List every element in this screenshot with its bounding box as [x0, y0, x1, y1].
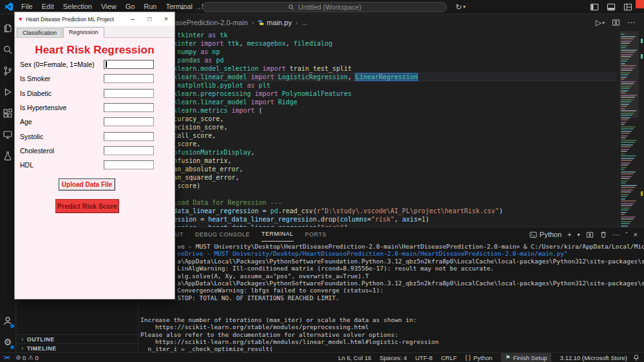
breadcrumb[interactable]: HeartDiseasePrediction-2.0-main › main.p… — [138, 14, 644, 31]
terminal-line — [140, 301, 644, 309]
tab-regression[interactable]: Regression — [63, 27, 104, 38]
split-terminal-icon[interactable] — [586, 231, 594, 238]
minimap-line — [621, 185, 637, 186]
is-hypertensive-field[interactable] — [104, 103, 154, 112]
breadcrumb-file[interactable]: main.py — [258, 19, 292, 26]
upload-data-file-button[interactable]: Upload Data File — [59, 178, 115, 191]
form-row-hdl: HDL — [15, 160, 175, 171]
tab-classification[interactable]: Classification — [17, 28, 62, 37]
sex-field[interactable] — [104, 60, 154, 69]
terminal-output[interactable]: ve - MUST University\Desktop\HeartDiseas… — [140, 243, 644, 352]
minimap-line — [621, 223, 630, 224]
minimap-line — [621, 171, 636, 173]
toggle-sidebar-icon[interactable] — [590, 3, 599, 11]
account-icon[interactable] — [0, 310, 16, 331]
panel-tab-debug-console[interactable]: DEBUG CONSOLE — [195, 228, 250, 242]
run-debug-icon[interactable] — [0, 81, 16, 102]
is-smoker-field[interactable] — [104, 74, 154, 83]
forward-arrow-icon[interactable]: → — [194, 3, 202, 12]
minimap[interactable] — [620, 31, 639, 227]
hdl-label: HDL — [20, 161, 33, 169]
minimize-button[interactable]: – — [124, 12, 141, 26]
code-editor[interactable]: import tkinter as tkfrom tkinter import … — [138, 31, 617, 227]
maximize-panel-icon[interactable]: ˆ — [626, 231, 628, 238]
code-line: heart_data_linear_regression = pd.read_c… — [138, 207, 617, 215]
split-editor-icon[interactable] — [612, 19, 620, 26]
search-icon — [288, 4, 295, 11]
form-row-cholesterol: Cholesterol — [15, 146, 175, 157]
remote-explorer-icon[interactable] — [0, 124, 16, 145]
explorer-icon[interactable] — [0, 17, 16, 39]
minimap-line — [621, 63, 625, 64]
minimap-line — [621, 158, 634, 159]
trash-icon[interactable] — [600, 231, 607, 238]
minimap-line — [621, 124, 625, 125]
notifications-bell-icon[interactable] — [632, 354, 644, 361]
maximize-button[interactable]: □ — [141, 12, 158, 26]
new-terminal-icon[interactable]: + — [567, 231, 571, 238]
cholesterol-field[interactable] — [104, 146, 154, 155]
settings-gear-icon[interactable]: ⚙ — [0, 331, 16, 352]
chevron-down-icon[interactable]: ▾ — [578, 232, 580, 238]
status-cursor-position[interactable]: Ln 6, Col 16 — [338, 354, 371, 361]
terminal-line: a\AppData\Local\Packages\PythonSoftwareF… — [140, 280, 644, 287]
extensions-icon[interactable] — [0, 102, 16, 124]
minimap-line — [621, 113, 634, 114]
minimap-line — [621, 108, 625, 110]
close-panel-icon[interactable]: × — [634, 231, 638, 238]
status-python-version[interactable]: 3.12.10 (Microsoft Store) — [560, 354, 627, 361]
customize-layout-icon[interactable] — [623, 3, 632, 11]
status-finish-setup[interactable]: ⚑Finish Setup — [501, 353, 552, 362]
code-line: precision_score, — [138, 123, 617, 131]
hdl-field[interactable] — [104, 160, 154, 169]
toggle-panel-icon[interactable] — [607, 3, 616, 11]
account-badge — [10, 323, 15, 329]
minimap-line — [621, 61, 627, 62]
run-python-file-button[interactable]: ▷▾ — [596, 18, 605, 27]
status-eol[interactable]: CRLF — [441, 354, 457, 361]
minimap-line — [621, 182, 626, 184]
terminal-line: Please also refer to the documentation f… — [140, 331, 644, 338]
age-field[interactable] — [104, 117, 154, 126]
back-arrow-icon[interactable]: ← — [180, 3, 187, 12]
outline-section-header[interactable]: › OUTLINE — [17, 334, 138, 343]
status-language[interactable]: { }Python — [465, 354, 492, 361]
minimap-line — [621, 135, 628, 137]
more-actions-icon[interactable]: ⋯ — [627, 18, 635, 27]
minimap-line — [621, 196, 627, 197]
refresh-icon[interactable]: ↻▾ — [455, 0, 466, 14]
panel-tab-ports[interactable]: PORTS — [305, 228, 327, 242]
python-file-icon — [258, 19, 264, 26]
minimap-line — [621, 200, 636, 202]
problems-indicator[interactable]: ⊘ 0 ⚠ 0 — [16, 354, 39, 361]
systolic-field[interactable] — [104, 132, 154, 141]
vscode-window: FileEditSelectionViewGoRunTerminalHelp ←… — [0, 0, 644, 362]
status-encoding[interactable]: UTF-8 — [415, 354, 433, 361]
code-line: import pandas as pd — [138, 56, 617, 64]
source-control-icon[interactable] — [0, 60, 16, 81]
close-button[interactable]: × — [158, 12, 175, 26]
settings-badge — [10, 345, 15, 350]
predict-risk-score-button[interactable]: Predict Risk Score — [55, 199, 119, 213]
command-center[interactable]: Untitled (Workspace) — [202, 2, 447, 12]
search-icon[interactable] — [0, 39, 16, 60]
code-line: import numpy as np — [138, 48, 617, 56]
status-indentation[interactable]: Spaces: 4 — [379, 354, 406, 361]
panel-toolbar: Python + ▾ ⋯ ˆ × — [529, 227, 638, 242]
app-titlebar[interactable]: ♥ Heart Disease Prediction ML Project –□… — [15, 12, 175, 26]
minimap-line — [621, 207, 630, 209]
active-terminal[interactable]: Python — [529, 231, 562, 238]
more-actions-icon[interactable]: ⋯ — [613, 231, 620, 239]
minimap-line — [621, 47, 626, 48]
breadcrumb-more[interactable]: ... — [301, 19, 307, 26]
panel-tab-terminal[interactable]: TERMINAL — [261, 227, 294, 242]
timeline-section-header[interactable]: › TIMELINE — [17, 343, 138, 352]
remote-indicator[interactable]: >< — [4, 354, 10, 361]
minimap-line — [621, 151, 627, 152]
is-diabetic-field[interactable] — [104, 89, 154, 98]
testing-icon[interactable] — [0, 145, 16, 166]
minimap-line — [621, 110, 636, 111]
terminal-line: ve - MUST University\Desktop\HeartDiseas… — [140, 243, 644, 250]
minimap-line — [621, 83, 634, 84]
overview-ruler-tick — [641, 39, 643, 43]
